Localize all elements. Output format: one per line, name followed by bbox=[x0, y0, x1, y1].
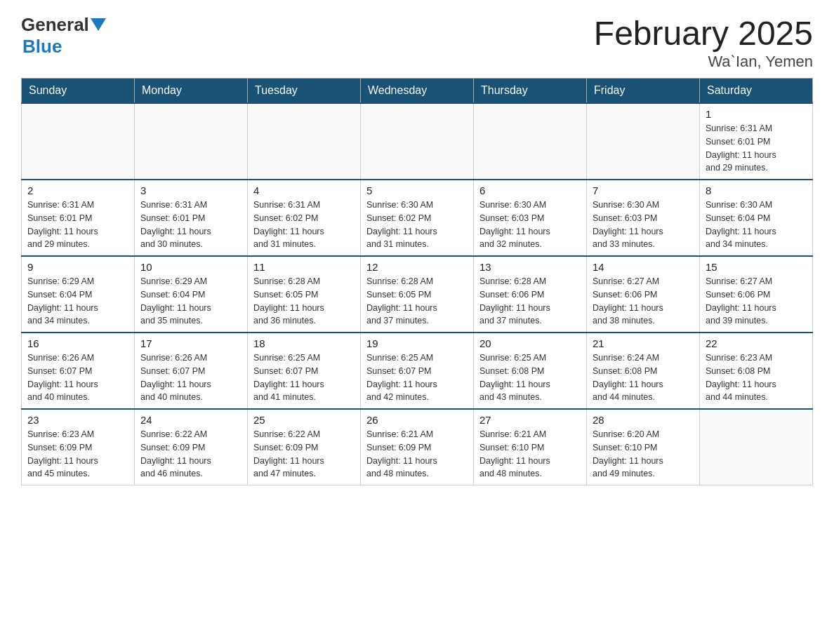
day-number: 10 bbox=[140, 261, 241, 273]
calendar-day-cell: 21Sunrise: 6:24 AM Sunset: 6:08 PM Dayli… bbox=[587, 333, 700, 409]
day-info: Sunrise: 6:28 AM Sunset: 6:05 PM Dayligh… bbox=[366, 275, 468, 328]
day-number: 22 bbox=[706, 337, 807, 349]
calendar-day-cell bbox=[248, 103, 361, 180]
calendar-week-row: 23Sunrise: 6:23 AM Sunset: 6:09 PM Dayli… bbox=[22, 409, 813, 485]
calendar-week-row: 2Sunrise: 6:31 AM Sunset: 6:01 PM Daylig… bbox=[22, 180, 813, 256]
title-section: February 2025 Wa`Ian, Yemen bbox=[594, 14, 813, 71]
day-of-week-header: Friday bbox=[587, 79, 700, 104]
calendar-day-cell bbox=[361, 103, 474, 180]
day-number: 26 bbox=[366, 414, 468, 426]
day-info: Sunrise: 6:24 AM Sunset: 6:08 PM Dayligh… bbox=[593, 351, 694, 404]
day-of-week-header: Wednesday bbox=[361, 79, 474, 104]
calendar-day-cell bbox=[22, 103, 135, 180]
calendar-day-cell: 10Sunrise: 6:29 AM Sunset: 6:04 PM Dayli… bbox=[135, 256, 248, 333]
logo-general-text: General bbox=[21, 14, 89, 36]
day-info: Sunrise: 6:25 AM Sunset: 6:08 PM Dayligh… bbox=[479, 351, 581, 404]
calendar-header-row: SundayMondayTuesdayWednesdayThursdayFrid… bbox=[22, 79, 813, 104]
calendar-day-cell: 2Sunrise: 6:31 AM Sunset: 6:01 PM Daylig… bbox=[22, 180, 135, 256]
day-of-week-header: Sunday bbox=[22, 79, 135, 104]
day-number: 16 bbox=[27, 337, 128, 349]
calendar-subtitle: Wa`Ian, Yemen bbox=[594, 53, 813, 71]
day-info: Sunrise: 6:30 AM Sunset: 6:03 PM Dayligh… bbox=[593, 199, 694, 251]
day-info: Sunrise: 6:22 AM Sunset: 6:09 PM Dayligh… bbox=[253, 428, 355, 481]
day-number: 14 bbox=[593, 261, 694, 273]
day-number: 21 bbox=[593, 337, 694, 349]
day-info: Sunrise: 6:31 AM Sunset: 6:01 PM Dayligh… bbox=[706, 122, 807, 175]
calendar-day-cell: 23Sunrise: 6:23 AM Sunset: 6:09 PM Dayli… bbox=[22, 409, 135, 485]
calendar-week-row: 16Sunrise: 6:26 AM Sunset: 6:07 PM Dayli… bbox=[22, 333, 813, 409]
calendar-day-cell: 13Sunrise: 6:28 AM Sunset: 6:06 PM Dayli… bbox=[474, 256, 587, 333]
calendar-day-cell: 24Sunrise: 6:22 AM Sunset: 6:09 PM Dayli… bbox=[135, 409, 248, 485]
day-number: 2 bbox=[27, 185, 128, 196]
calendar-day-cell: 17Sunrise: 6:26 AM Sunset: 6:07 PM Dayli… bbox=[135, 333, 248, 409]
logo-blue-text: Blue bbox=[22, 36, 62, 58]
calendar-day-cell bbox=[700, 409, 813, 485]
day-info: Sunrise: 6:29 AM Sunset: 6:04 PM Dayligh… bbox=[140, 275, 241, 328]
calendar-day-cell: 18Sunrise: 6:25 AM Sunset: 6:07 PM Dayli… bbox=[248, 333, 361, 409]
calendar-day-cell bbox=[474, 103, 587, 180]
day-info: Sunrise: 6:30 AM Sunset: 6:02 PM Dayligh… bbox=[366, 199, 468, 251]
calendar-day-cell: 5Sunrise: 6:30 AM Sunset: 6:02 PM Daylig… bbox=[361, 180, 474, 256]
calendar-title: February 2025 bbox=[594, 14, 813, 53]
page-header: General Blue February 2025 Wa`Ian, Yemen bbox=[21, 14, 813, 71]
day-number: 8 bbox=[706, 185, 807, 196]
day-number: 18 bbox=[253, 337, 355, 349]
day-info: Sunrise: 6:26 AM Sunset: 6:07 PM Dayligh… bbox=[27, 351, 128, 404]
day-info: Sunrise: 6:30 AM Sunset: 6:04 PM Dayligh… bbox=[706, 199, 807, 251]
day-of-week-header: Tuesday bbox=[248, 79, 361, 104]
day-number: 24 bbox=[140, 414, 241, 426]
day-number: 20 bbox=[479, 337, 581, 349]
calendar-day-cell: 16Sunrise: 6:26 AM Sunset: 6:07 PM Dayli… bbox=[22, 333, 135, 409]
day-of-week-header: Monday bbox=[135, 79, 248, 104]
calendar-day-cell bbox=[587, 103, 700, 180]
day-number: 17 bbox=[140, 337, 241, 349]
calendar-week-row: 9Sunrise: 6:29 AM Sunset: 6:04 PM Daylig… bbox=[22, 256, 813, 333]
day-number: 4 bbox=[253, 185, 355, 196]
day-info: Sunrise: 6:23 AM Sunset: 6:09 PM Dayligh… bbox=[27, 428, 128, 481]
calendar-day-cell bbox=[135, 103, 248, 180]
calendar-day-cell: 4Sunrise: 6:31 AM Sunset: 6:02 PM Daylig… bbox=[248, 180, 361, 256]
logo-triangle-icon bbox=[91, 18, 106, 34]
day-info: Sunrise: 6:21 AM Sunset: 6:10 PM Dayligh… bbox=[479, 428, 581, 481]
logo: General Blue bbox=[21, 14, 106, 58]
day-info: Sunrise: 6:28 AM Sunset: 6:05 PM Dayligh… bbox=[253, 275, 355, 328]
day-info: Sunrise: 6:30 AM Sunset: 6:03 PM Dayligh… bbox=[479, 199, 581, 251]
day-info: Sunrise: 6:29 AM Sunset: 6:04 PM Dayligh… bbox=[27, 275, 128, 328]
day-info: Sunrise: 6:28 AM Sunset: 6:06 PM Dayligh… bbox=[479, 275, 581, 328]
day-number: 15 bbox=[706, 261, 807, 273]
day-info: Sunrise: 6:27 AM Sunset: 6:06 PM Dayligh… bbox=[706, 275, 807, 328]
calendar-day-cell: 20Sunrise: 6:25 AM Sunset: 6:08 PM Dayli… bbox=[474, 333, 587, 409]
calendar-day-cell: 28Sunrise: 6:20 AM Sunset: 6:10 PM Dayli… bbox=[587, 409, 700, 485]
day-number: 12 bbox=[366, 261, 468, 273]
calendar-week-row: 1Sunrise: 6:31 AM Sunset: 6:01 PM Daylig… bbox=[22, 103, 813, 180]
day-info: Sunrise: 6:31 AM Sunset: 6:01 PM Dayligh… bbox=[140, 199, 241, 251]
calendar-day-cell: 8Sunrise: 6:30 AM Sunset: 6:04 PM Daylig… bbox=[700, 180, 813, 256]
calendar-day-cell: 22Sunrise: 6:23 AM Sunset: 6:08 PM Dayli… bbox=[700, 333, 813, 409]
calendar-day-cell: 7Sunrise: 6:30 AM Sunset: 6:03 PM Daylig… bbox=[587, 180, 700, 256]
day-number: 11 bbox=[253, 261, 355, 273]
day-number: 28 bbox=[593, 414, 694, 426]
calendar-day-cell: 15Sunrise: 6:27 AM Sunset: 6:06 PM Dayli… bbox=[700, 256, 813, 333]
calendar-day-cell: 12Sunrise: 6:28 AM Sunset: 6:05 PM Dayli… bbox=[361, 256, 474, 333]
calendar-day-cell: 19Sunrise: 6:25 AM Sunset: 6:07 PM Dayli… bbox=[361, 333, 474, 409]
day-info: Sunrise: 6:25 AM Sunset: 6:07 PM Dayligh… bbox=[366, 351, 468, 404]
day-number: 19 bbox=[366, 337, 468, 349]
day-info: Sunrise: 6:26 AM Sunset: 6:07 PM Dayligh… bbox=[140, 351, 241, 404]
calendar-day-cell: 1Sunrise: 6:31 AM Sunset: 6:01 PM Daylig… bbox=[700, 103, 813, 180]
day-info: Sunrise: 6:25 AM Sunset: 6:07 PM Dayligh… bbox=[253, 351, 355, 404]
day-number: 25 bbox=[253, 414, 355, 426]
day-number: 9 bbox=[27, 261, 128, 273]
day-number: 23 bbox=[27, 414, 128, 426]
day-number: 3 bbox=[140, 185, 241, 196]
calendar-day-cell: 6Sunrise: 6:30 AM Sunset: 6:03 PM Daylig… bbox=[474, 180, 587, 256]
day-info: Sunrise: 6:27 AM Sunset: 6:06 PM Dayligh… bbox=[593, 275, 694, 328]
calendar-day-cell: 14Sunrise: 6:27 AM Sunset: 6:06 PM Dayli… bbox=[587, 256, 700, 333]
day-number: 7 bbox=[593, 185, 694, 196]
svg-marker-0 bbox=[91, 18, 106, 31]
calendar-day-cell: 25Sunrise: 6:22 AM Sunset: 6:09 PM Dayli… bbox=[248, 409, 361, 485]
day-number: 6 bbox=[479, 185, 581, 196]
day-number: 1 bbox=[706, 108, 807, 120]
day-of-week-header: Saturday bbox=[700, 79, 813, 104]
day-number: 27 bbox=[479, 414, 581, 426]
day-info: Sunrise: 6:31 AM Sunset: 6:01 PM Dayligh… bbox=[27, 199, 128, 251]
